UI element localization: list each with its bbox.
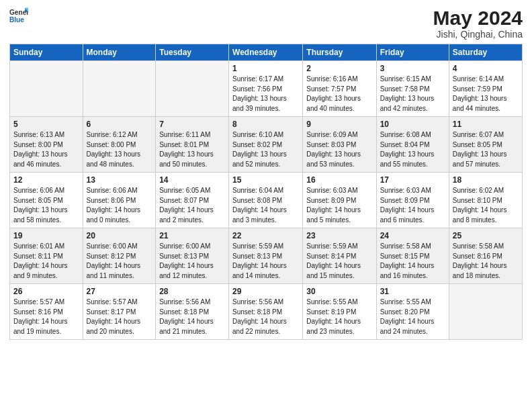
calendar-cell: 7Sunrise: 6:11 AM Sunset: 8:01 PM Daylig… <box>156 117 229 173</box>
calendar-cell <box>10 61 83 117</box>
day-info: Sunrise: 5:57 AM Sunset: 8:16 PM Dayligh… <box>13 298 79 336</box>
day-number: 22 <box>232 231 299 240</box>
month-title: May 2024 <box>433 7 523 29</box>
day-info: Sunrise: 6:08 AM Sunset: 8:04 PM Dayligh… <box>380 130 445 169</box>
day-number: 4 <box>453 64 519 73</box>
day-number: 15 <box>232 175 299 185</box>
col-header-wednesday: Wednesday <box>229 44 303 61</box>
day-info: Sunrise: 6:09 AM Sunset: 8:03 PM Dayligh… <box>306 130 372 169</box>
day-number: 23 <box>306 231 372 240</box>
day-info: Sunrise: 5:58 AM Sunset: 8:16 PM Dayligh… <box>453 242 519 281</box>
day-number: 25 <box>453 231 519 240</box>
day-number: 13 <box>87 175 152 185</box>
day-number: 28 <box>159 287 225 296</box>
calendar-cell: 2Sunrise: 6:16 AM Sunset: 7:57 PM Daylig… <box>303 61 376 117</box>
day-info: Sunrise: 5:56 AM Sunset: 8:18 PM Dayligh… <box>232 298 299 336</box>
calendar-cell: 8Sunrise: 6:10 AM Sunset: 8:02 PM Daylig… <box>229 117 303 173</box>
day-info: Sunrise: 6:12 AM Sunset: 8:00 PM Dayligh… <box>87 130 152 169</box>
col-header-monday: Monday <box>83 44 156 61</box>
day-info: Sunrise: 5:55 AM Sunset: 8:19 PM Dayligh… <box>306 298 372 336</box>
calendar-week-row: 26Sunrise: 5:57 AM Sunset: 8:16 PM Dayli… <box>10 284 523 340</box>
day-number: 7 <box>159 120 225 129</box>
day-number: 18 <box>453 175 519 185</box>
calendar-cell: 5Sunrise: 6:13 AM Sunset: 8:00 PM Daylig… <box>10 117 83 173</box>
logo: General Blue <box>9 7 28 26</box>
day-info: Sunrise: 5:59 AM Sunset: 8:14 PM Dayligh… <box>306 242 372 281</box>
calendar-cell: 12Sunrise: 6:06 AM Sunset: 8:05 PM Dayli… <box>10 173 83 228</box>
calendar-cell: 28Sunrise: 5:56 AM Sunset: 8:18 PM Dayli… <box>156 284 229 340</box>
col-header-thursday: Thursday <box>303 44 376 61</box>
day-number: 30 <box>306 287 372 296</box>
day-info: Sunrise: 5:56 AM Sunset: 8:18 PM Dayligh… <box>159 298 225 336</box>
col-header-sunday: Sunday <box>10 44 83 61</box>
day-info: Sunrise: 6:13 AM Sunset: 8:00 PM Dayligh… <box>13 130 79 169</box>
header: General Blue May 2024 Jishi, Qinghai, Ch… <box>9 7 523 40</box>
day-info: Sunrise: 5:58 AM Sunset: 8:15 PM Dayligh… <box>380 242 445 281</box>
calendar-cell: 25Sunrise: 5:58 AM Sunset: 8:16 PM Dayli… <box>449 228 522 284</box>
calendar-cell: 6Sunrise: 6:12 AM Sunset: 8:00 PM Daylig… <box>83 117 156 173</box>
day-info: Sunrise: 6:15 AM Sunset: 7:58 PM Dayligh… <box>380 75 445 113</box>
calendar-header-row: SundayMondayTuesdayWednesdayThursdayFrid… <box>10 44 523 61</box>
day-number: 1 <box>232 64 299 73</box>
calendar-cell: 14Sunrise: 6:05 AM Sunset: 8:07 PM Dayli… <box>156 173 229 228</box>
day-number: 16 <box>306 175 372 185</box>
day-info: Sunrise: 6:00 AM Sunset: 8:12 PM Dayligh… <box>87 242 152 281</box>
day-info: Sunrise: 6:16 AM Sunset: 7:57 PM Dayligh… <box>306 75 372 113</box>
day-info: Sunrise: 5:59 AM Sunset: 8:13 PM Dayligh… <box>232 242 299 281</box>
svg-text:Blue: Blue <box>9 16 24 24</box>
day-number: 5 <box>13 120 79 129</box>
calendar-cell: 15Sunrise: 6:04 AM Sunset: 8:08 PM Dayli… <box>229 173 303 228</box>
day-info: Sunrise: 6:01 AM Sunset: 8:11 PM Dayligh… <box>13 242 79 281</box>
day-info: Sunrise: 6:11 AM Sunset: 8:01 PM Dayligh… <box>159 130 225 169</box>
day-info: Sunrise: 5:57 AM Sunset: 8:17 PM Dayligh… <box>87 298 152 336</box>
col-header-saturday: Saturday <box>449 44 522 61</box>
day-number: 6 <box>87 120 152 129</box>
day-number: 2 <box>306 64 372 73</box>
calendar-cell: 31Sunrise: 5:55 AM Sunset: 8:20 PM Dayli… <box>376 284 449 340</box>
calendar-cell: 4Sunrise: 6:14 AM Sunset: 7:59 PM Daylig… <box>449 61 522 117</box>
day-info: Sunrise: 6:10 AM Sunset: 8:02 PM Dayligh… <box>232 130 299 169</box>
col-header-tuesday: Tuesday <box>156 44 229 61</box>
calendar-cell: 17Sunrise: 6:03 AM Sunset: 8:09 PM Dayli… <box>376 173 449 228</box>
calendar-week-row: 19Sunrise: 6:01 AM Sunset: 8:11 PM Dayli… <box>10 228 523 284</box>
calendar-cell: 11Sunrise: 6:07 AM Sunset: 8:05 PM Dayli… <box>449 117 522 173</box>
day-number: 10 <box>380 120 445 129</box>
day-number: 17 <box>380 175 445 185</box>
calendar-cell: 3Sunrise: 6:15 AM Sunset: 7:58 PM Daylig… <box>376 61 449 117</box>
day-info: Sunrise: 6:00 AM Sunset: 8:13 PM Dayligh… <box>159 242 225 281</box>
day-number: 26 <box>13 287 79 296</box>
location: Jishi, Qinghai, China <box>433 29 523 40</box>
day-info: Sunrise: 6:07 AM Sunset: 8:05 PM Dayligh… <box>453 130 519 169</box>
day-info: Sunrise: 6:06 AM Sunset: 8:06 PM Dayligh… <box>87 186 152 225</box>
day-number: 21 <box>159 231 225 240</box>
day-number: 24 <box>380 231 445 240</box>
calendar-cell: 23Sunrise: 5:59 AM Sunset: 8:14 PM Dayli… <box>303 228 376 284</box>
day-info: Sunrise: 6:04 AM Sunset: 8:08 PM Dayligh… <box>232 186 299 225</box>
calendar-week-row: 5Sunrise: 6:13 AM Sunset: 8:00 PM Daylig… <box>10 117 523 173</box>
day-info: Sunrise: 6:02 AM Sunset: 8:10 PM Dayligh… <box>453 186 519 225</box>
day-info: Sunrise: 6:05 AM Sunset: 8:07 PM Dayligh… <box>159 186 225 225</box>
day-number: 11 <box>453 120 519 129</box>
day-number: 31 <box>380 287 445 296</box>
calendar-cell: 16Sunrise: 6:03 AM Sunset: 8:09 PM Dayli… <box>303 173 376 228</box>
calendar-cell: 10Sunrise: 6:08 AM Sunset: 8:04 PM Dayli… <box>376 117 449 173</box>
day-number: 3 <box>380 64 445 73</box>
day-number: 8 <box>232 120 299 129</box>
calendar-cell: 18Sunrise: 6:02 AM Sunset: 8:10 PM Dayli… <box>449 173 522 228</box>
day-info: Sunrise: 6:06 AM Sunset: 8:05 PM Dayligh… <box>13 186 79 225</box>
day-info: Sunrise: 6:03 AM Sunset: 8:09 PM Dayligh… <box>306 186 372 225</box>
calendar: SundayMondayTuesdayWednesdayThursdayFrid… <box>9 44 523 340</box>
calendar-cell: 21Sunrise: 6:00 AM Sunset: 8:13 PM Dayli… <box>156 228 229 284</box>
day-info: Sunrise: 6:17 AM Sunset: 7:56 PM Dayligh… <box>232 75 299 113</box>
day-number: 19 <box>13 231 79 240</box>
day-number: 14 <box>159 175 225 185</box>
logo-icon: General Blue <box>9 7 28 26</box>
calendar-cell: 24Sunrise: 5:58 AM Sunset: 8:15 PM Dayli… <box>376 228 449 284</box>
day-number: 20 <box>87 231 152 240</box>
day-number: 12 <box>13 175 79 185</box>
calendar-week-row: 12Sunrise: 6:06 AM Sunset: 8:05 PM Dayli… <box>10 173 523 228</box>
day-number: 27 <box>87 287 152 296</box>
day-info: Sunrise: 6:03 AM Sunset: 8:09 PM Dayligh… <box>380 186 445 225</box>
calendar-cell: 1Sunrise: 6:17 AM Sunset: 7:56 PM Daylig… <box>229 61 303 117</box>
calendar-cell: 30Sunrise: 5:55 AM Sunset: 8:19 PM Dayli… <box>303 284 376 340</box>
